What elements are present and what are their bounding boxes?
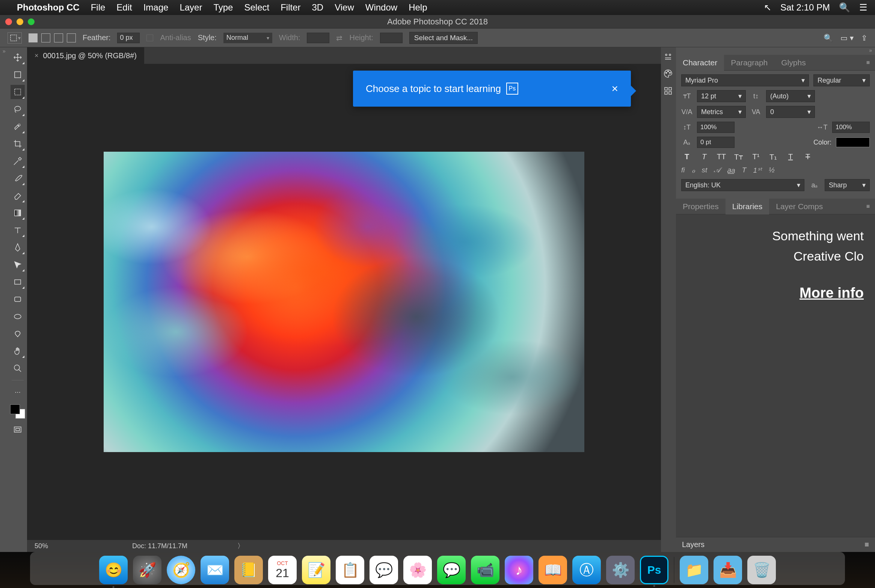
close-tab-icon[interactable]: × (35, 52, 39, 60)
stylistic-alt-button[interactable]: a͟a (727, 166, 735, 175)
dock-ibooks[interactable]: 📖 (539, 556, 567, 584)
menu-type[interactable]: Type (213, 2, 233, 13)
gradient-tool[interactable] (11, 206, 25, 220)
lib-panel-menu-icon[interactable]: ≡ (866, 203, 875, 210)
strikethrough-button[interactable]: T (802, 152, 813, 161)
lasso-tool[interactable] (11, 102, 25, 116)
document-tab[interactable]: × 00015.jpg @ 50% (RGB/8#) (27, 47, 144, 64)
menu-select[interactable]: Select (244, 2, 269, 13)
menu-help[interactable]: Help (409, 2, 427, 13)
color-panel-icon[interactable] (664, 69, 673, 79)
faux-bold-button[interactable]: T (681, 152, 692, 161)
close-window-button[interactable] (5, 18, 12, 25)
notification-center-icon[interactable]: ☰ (859, 2, 867, 13)
dock-notes[interactable]: 📝 (302, 556, 330, 584)
allcaps-button[interactable]: TT (716, 152, 727, 161)
crop-tool[interactable] (11, 137, 25, 151)
kerning-select[interactable]: Metrics▾ (697, 106, 746, 118)
type-tool[interactable] (11, 223, 25, 237)
dock-imessage[interactable]: 💬 (437, 556, 466, 584)
dock-photoshop[interactable]: Ps (640, 556, 668, 584)
color-swatches[interactable] (10, 404, 25, 419)
workspace-switcher-icon[interactable]: ▭ ▾ (840, 33, 854, 42)
fractions-button[interactable]: ½ (769, 166, 775, 175)
quick-selection-tool[interactable] (11, 119, 25, 134)
new-selection-icon[interactable] (29, 33, 38, 42)
move-tool[interactable] (11, 50, 25, 65)
dock-trash[interactable]: 🗑️ (747, 556, 776, 584)
dock-finder[interactable]: 😊 (99, 556, 128, 584)
rounded-rectangle-tool[interactable] (11, 292, 25, 306)
rectangle-shape-tool[interactable] (11, 275, 25, 289)
dock-applications-folder[interactable]: 📁 (680, 556, 708, 584)
swatches-panel-icon[interactable] (664, 86, 673, 96)
vscale-input[interactable] (697, 122, 735, 133)
discretionary-lig-button[interactable]: st (702, 166, 708, 175)
tool-preset-picker[interactable]: ▾ (8, 32, 22, 44)
intersect-selection-icon[interactable] (67, 33, 76, 42)
ligatures-button[interactable]: fi (681, 166, 685, 175)
custom-shape-tool[interactable] (11, 327, 25, 341)
font-family-select[interactable]: Myriad Pro▾ (681, 74, 809, 86)
faux-italic-button[interactable]: T (698, 152, 710, 161)
menu-filter[interactable]: Filter (281, 2, 300, 13)
menu-3d[interactable]: 3D (312, 2, 324, 13)
foreground-color[interactable] (10, 404, 20, 414)
tab-paragraph[interactable]: Paragraph (724, 55, 774, 71)
menu-image[interactable]: Image (143, 2, 169, 13)
doc-info-flyout-icon[interactable]: 〉 (237, 541, 244, 550)
collapse-panels-icon[interactable]: » (676, 47, 875, 55)
more-info-link[interactable]: More info (687, 282, 864, 305)
menu-edit[interactable]: Edit (116, 2, 132, 13)
cursor-status-icon[interactable]: ↖ (764, 2, 771, 13)
baseline-input[interactable] (697, 137, 735, 148)
spotlight-icon[interactable]: 🔍 (839, 2, 850, 13)
app-name[interactable]: Photoshop CC (17, 2, 80, 13)
dock-facetime[interactable]: 📹 (471, 556, 499, 584)
subscript-button[interactable]: T₁ (768, 152, 779, 161)
share-icon[interactable]: ⇪ (861, 33, 867, 42)
search-icon[interactable]: 🔍 (824, 33, 833, 42)
dock-photos[interactable]: 🌸 (403, 556, 432, 584)
hand-tool[interactable] (11, 344, 25, 358)
zoom-level[interactable]: 50% (35, 542, 80, 550)
tracking-input[interactable]: 0▾ (766, 106, 815, 118)
antialiasing-select[interactable]: Sharp▾ (825, 179, 870, 191)
dock-contacts[interactable]: 📒 (234, 556, 263, 584)
layers-panel-tab[interactable]: Layers ≡ (676, 537, 875, 552)
titling-alt-button[interactable]: T (742, 166, 747, 175)
brush-tool[interactable] (11, 171, 25, 185)
path-selection-tool[interactable] (11, 258, 25, 272)
clock[interactable]: Sat 2:10 PM (780, 2, 830, 13)
doc-info[interactable]: Doc: 11.7M/11.7M (132, 542, 187, 550)
quick-mask-toggle[interactable] (11, 422, 25, 437)
char-panel-menu-icon[interactable]: ≡ (866, 59, 875, 66)
dock-system-preferences[interactable]: ⚙️ (606, 556, 635, 584)
menu-view[interactable]: View (335, 2, 354, 13)
dock-appstore[interactable]: Ⓐ (572, 556, 601, 584)
leading-input[interactable]: (Auto)▾ (766, 90, 815, 102)
text-color-swatch[interactable] (836, 137, 870, 147)
contextual-alt-button[interactable]: ℴ (692, 166, 695, 175)
minimize-window-button[interactable] (17, 18, 23, 25)
menu-file[interactable]: File (91, 2, 106, 13)
swash-button[interactable]: 𝒜 (714, 166, 720, 175)
font-size-input[interactable]: 12 pt▾ (697, 90, 746, 102)
dock-calendar[interactable]: OCT21 (268, 556, 297, 584)
underline-button[interactable]: T (785, 152, 796, 161)
rectangular-marquee-tool[interactable] (11, 85, 25, 99)
superscript-button[interactable]: T¹ (750, 152, 762, 161)
dock-messages-cloud[interactable]: 💬 (370, 556, 398, 584)
font-style-select[interactable]: Regular▾ (813, 74, 870, 86)
add-selection-icon[interactable] (41, 33, 50, 42)
left-collapse-strip[interactable]: » (0, 47, 8, 552)
dock-launchpad[interactable]: 🚀 (133, 556, 161, 584)
canvas-image[interactable] (104, 152, 584, 452)
eyedropper-tool[interactable] (11, 154, 25, 168)
ellipse-tool[interactable] (11, 309, 25, 324)
feather-input[interactable] (117, 33, 140, 43)
dock-mail[interactable]: ✉️ (201, 556, 229, 584)
eraser-tool[interactable] (11, 188, 25, 203)
tab-glyphs[interactable]: Glyphs (774, 55, 812, 71)
hscale-input[interactable] (832, 122, 870, 133)
